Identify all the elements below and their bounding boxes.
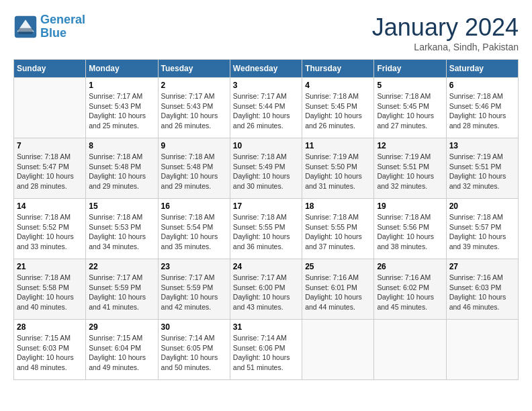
daylight-text: Daylight: 10 hours and 50 minutes. (161, 353, 227, 372)
sunrise-text: Sunrise: 7:18 AM (161, 212, 227, 222)
calendar-cell: 23 Sunrise: 7:17 AM Sunset: 5:59 PM Dayl… (158, 259, 230, 320)
sunrise-text: Sunrise: 7:19 AM (377, 152, 443, 162)
sunset-text: Sunset: 5:49 PM (233, 162, 299, 172)
day-info: Sunrise: 7:14 AM Sunset: 6:06 PM Dayligh… (233, 333, 299, 373)
calendar-cell: 21 Sunrise: 7:18 AM Sunset: 5:58 PM Dayl… (14, 259, 86, 320)
calendar-cell: 2 Sunrise: 7:17 AM Sunset: 5:43 PM Dayli… (158, 78, 230, 138)
day-info: Sunrise: 7:18 AM Sunset: 5:58 PM Dayligh… (17, 273, 83, 312)
daylight-text: Daylight: 10 hours and 32 minutes. (449, 171, 515, 191)
calendar-cell: 29 Sunrise: 7:15 AM Sunset: 6:04 PM Dayl… (86, 320, 158, 380)
day-number: 17 (233, 201, 299, 211)
weekday-header-tuesday: Tuesday (158, 60, 230, 78)
sunset-text: Sunset: 5:45 PM (305, 101, 371, 111)
day-info: Sunrise: 7:19 AM Sunset: 5:51 PM Dayligh… (377, 152, 443, 191)
daylight-text: Daylight: 10 hours and 40 minutes. (17, 292, 83, 312)
sunrise-text: Sunrise: 7:19 AM (449, 152, 515, 162)
sunset-text: Sunset: 6:06 PM (233, 343, 299, 353)
sunset-text: Sunset: 5:59 PM (89, 283, 154, 293)
day-number: 1 (89, 81, 154, 90)
calendar-cell: 3 Sunrise: 7:17 AM Sunset: 5:44 PM Dayli… (230, 78, 302, 138)
sunset-text: Sunset: 6:03 PM (449, 283, 515, 293)
daylight-text: Daylight: 10 hours and 31 minutes. (305, 171, 371, 191)
weekday-header-monday: Monday (86, 60, 158, 78)
calendar-cell: 16 Sunrise: 7:18 AM Sunset: 5:54 PM Dayl… (158, 199, 230, 259)
day-info: Sunrise: 7:18 AM Sunset: 5:45 PM Dayligh… (377, 91, 443, 131)
sunrise-text: Sunrise: 7:18 AM (233, 152, 299, 162)
day-number: 20 (449, 201, 515, 211)
day-number: 27 (449, 262, 515, 271)
day-number: 21 (17, 262, 83, 271)
calendar-cell: 17 Sunrise: 7:18 AM Sunset: 5:55 PM Dayl… (230, 199, 302, 259)
day-info: Sunrise: 7:18 AM Sunset: 5:56 PM Dayligh… (377, 212, 443, 252)
sunset-text: Sunset: 6:05 PM (161, 343, 227, 353)
calendar-cell: 1 Sunrise: 7:17 AM Sunset: 5:43 PM Dayli… (86, 78, 158, 138)
daylight-text: Daylight: 10 hours and 51 minutes. (233, 353, 299, 372)
sunrise-text: Sunrise: 7:18 AM (449, 212, 515, 222)
logo-icon (13, 15, 38, 39)
sunset-text: Sunset: 5:52 PM (17, 222, 83, 232)
sunrise-text: Sunrise: 7:14 AM (233, 333, 299, 343)
daylight-text: Daylight: 10 hours and 26 minutes. (305, 111, 371, 130)
day-info: Sunrise: 7:18 AM Sunset: 5:49 PM Dayligh… (233, 152, 299, 191)
day-number: 4 (305, 81, 371, 90)
sunset-text: Sunset: 5:45 PM (377, 101, 443, 111)
day-number: 14 (17, 201, 83, 211)
calendar-cell: 27 Sunrise: 7:16 AM Sunset: 6:03 PM Dayl… (446, 259, 518, 320)
calendar-week-1: 1 Sunrise: 7:17 AM Sunset: 5:43 PM Dayli… (14, 78, 519, 138)
sunset-text: Sunset: 5:47 PM (17, 162, 83, 172)
sunrise-text: Sunrise: 7:17 AM (161, 91, 227, 101)
weekday-header-saturday: Saturday (446, 60, 518, 78)
sunset-text: Sunset: 5:43 PM (89, 101, 154, 111)
day-number: 22 (89, 262, 154, 271)
day-number: 16 (161, 201, 227, 211)
logo: General Blue (13, 13, 85, 40)
day-info: Sunrise: 7:19 AM Sunset: 5:51 PM Dayligh… (449, 152, 515, 191)
calendar-cell (374, 320, 446, 380)
calendar-cell: 31 Sunrise: 7:14 AM Sunset: 6:06 PM Dayl… (230, 320, 302, 380)
title-area: January 2024 Larkana, Sindh, Pakistan (372, 13, 519, 52)
daylight-text: Daylight: 10 hours and 26 minutes. (161, 111, 227, 130)
day-number: 9 (161, 141, 227, 150)
daylight-text: Daylight: 10 hours and 43 minutes. (233, 292, 299, 312)
calendar-cell: 6 Sunrise: 7:18 AM Sunset: 5:46 PM Dayli… (446, 78, 518, 138)
day-info: Sunrise: 7:18 AM Sunset: 5:55 PM Dayligh… (233, 212, 299, 252)
daylight-text: Daylight: 10 hours and 28 minutes. (449, 111, 515, 130)
day-number: 23 (161, 262, 227, 271)
sunrise-text: Sunrise: 7:17 AM (233, 273, 299, 283)
sunrise-text: Sunrise: 7:17 AM (89, 91, 154, 101)
sunrise-text: Sunrise: 7:18 AM (17, 152, 83, 162)
day-number: 18 (305, 201, 371, 211)
sunset-text: Sunset: 6:02 PM (377, 283, 443, 293)
day-info: Sunrise: 7:18 AM Sunset: 5:57 PM Dayligh… (449, 212, 515, 252)
day-number: 31 (233, 322, 299, 332)
calendar-cell: 9 Sunrise: 7:18 AM Sunset: 5:48 PM Dayli… (158, 138, 230, 199)
day-info: Sunrise: 7:18 AM Sunset: 5:55 PM Dayligh… (305, 212, 371, 252)
calendar-cell: 19 Sunrise: 7:18 AM Sunset: 5:56 PM Dayl… (374, 199, 446, 259)
day-info: Sunrise: 7:18 AM Sunset: 5:45 PM Dayligh… (305, 91, 371, 131)
calendar-cell (302, 320, 374, 380)
day-info: Sunrise: 7:17 AM Sunset: 5:59 PM Dayligh… (161, 273, 227, 312)
calendar-week-3: 14 Sunrise: 7:18 AM Sunset: 5:52 PM Dayl… (14, 199, 519, 259)
day-info: Sunrise: 7:18 AM Sunset: 5:54 PM Dayligh… (161, 212, 227, 252)
daylight-text: Daylight: 10 hours and 49 minutes. (89, 353, 154, 372)
daylight-text: Daylight: 10 hours and 29 minutes. (89, 171, 154, 191)
calendar-cell: 18 Sunrise: 7:18 AM Sunset: 5:55 PM Dayl… (302, 199, 374, 259)
day-info: Sunrise: 7:18 AM Sunset: 5:47 PM Dayligh… (17, 152, 83, 191)
day-info: Sunrise: 7:17 AM Sunset: 5:59 PM Dayligh… (89, 273, 154, 312)
day-info: Sunrise: 7:15 AM Sunset: 6:04 PM Dayligh… (89, 333, 154, 373)
day-info: Sunrise: 7:18 AM Sunset: 5:48 PM Dayligh… (89, 152, 154, 191)
day-number: 8 (89, 141, 154, 150)
calendar-cell: 14 Sunrise: 7:18 AM Sunset: 5:52 PM Dayl… (14, 199, 86, 259)
sunset-text: Sunset: 5:55 PM (233, 222, 299, 232)
sunset-text: Sunset: 5:58 PM (17, 283, 83, 293)
calendar-cell: 8 Sunrise: 7:18 AM Sunset: 5:48 PM Dayli… (86, 138, 158, 199)
calendar-cell: 15 Sunrise: 7:18 AM Sunset: 5:53 PM Dayl… (86, 199, 158, 259)
weekday-header-thursday: Thursday (302, 60, 374, 78)
sunset-text: Sunset: 5:56 PM (377, 222, 443, 232)
daylight-text: Daylight: 10 hours and 36 minutes. (233, 232, 299, 251)
sunrise-text: Sunrise: 7:18 AM (233, 212, 299, 222)
day-number: 2 (161, 81, 227, 90)
calendar-cell: 10 Sunrise: 7:18 AM Sunset: 5:49 PM Dayl… (230, 138, 302, 199)
day-number: 15 (89, 201, 154, 211)
daylight-text: Daylight: 10 hours and 44 minutes. (305, 292, 371, 312)
